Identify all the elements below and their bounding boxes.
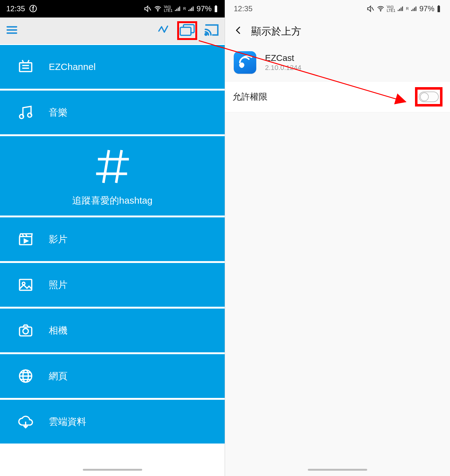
app-name: EZCast bbox=[265, 53, 301, 63]
svg-rect-2 bbox=[215, 6, 217, 12]
svg-marker-24 bbox=[24, 239, 28, 243]
camera-icon bbox=[17, 322, 34, 339]
svg-rect-10 bbox=[20, 63, 32, 72]
menu-label: 影片 bbox=[49, 233, 68, 246]
app-version: 2.10.0.1244 bbox=[265, 64, 301, 72]
clapperboard-icon bbox=[17, 231, 34, 247]
mute-icon bbox=[367, 5, 375, 13]
svg-rect-8 bbox=[180, 27, 191, 35]
cast-icon[interactable] bbox=[204, 24, 219, 37]
app-info-row: e EZCast 2.10.0.1244 bbox=[225, 46, 450, 81]
permission-label: 允許權限 bbox=[232, 91, 268, 103]
menu-item-cloud[interactable]: 雲端資料 bbox=[0, 400, 225, 444]
wifi-icon bbox=[377, 5, 385, 13]
settings-title: 顯示於上方 bbox=[251, 25, 301, 38]
status-time: 12:35 bbox=[234, 4, 252, 13]
permission-row[interactable]: 允許權限 bbox=[225, 81, 450, 112]
permission-toggle[interactable] bbox=[419, 92, 439, 102]
menu-label: 照片 bbox=[49, 279, 68, 291]
svg-point-28 bbox=[23, 329, 28, 334]
svg-point-15 bbox=[20, 115, 24, 119]
settings-header: 顯示於上方 bbox=[225, 17, 450, 46]
signal-r-icon: R bbox=[406, 7, 409, 11]
wifi-icon bbox=[154, 5, 162, 13]
svg-point-16 bbox=[28, 113, 32, 117]
volte-icon: Vo))LTE1 bbox=[387, 5, 395, 12]
status-bar: 12:35 ⓕ Vo))LTE1 R 97% bbox=[0, 0, 225, 17]
mirror-button-highlight bbox=[177, 21, 197, 40]
menu-item-photo[interactable]: 照片 bbox=[0, 263, 225, 307]
menu-label: 音樂 bbox=[49, 106, 68, 119]
cloud-download-icon bbox=[17, 414, 34, 430]
facebook-icon: ⓕ bbox=[29, 4, 37, 14]
mute-icon bbox=[144, 5, 152, 13]
svg-rect-38 bbox=[438, 5, 439, 6]
globe-icon bbox=[17, 368, 34, 384]
hashtag-icon bbox=[91, 145, 134, 191]
signal-r-icon: R bbox=[183, 7, 186, 11]
music-icon bbox=[17, 104, 34, 121]
svg-point-1 bbox=[158, 10, 158, 11]
svg-rect-3 bbox=[215, 5, 217, 6]
volte-icon: Vo))LTE1 bbox=[164, 5, 172, 12]
tv-icon bbox=[17, 59, 34, 75]
battery-icon bbox=[436, 5, 441, 12]
image-icon bbox=[17, 277, 34, 293]
svg-point-36 bbox=[380, 10, 381, 11]
svg-rect-37 bbox=[438, 6, 440, 12]
menu-label: 網頁 bbox=[49, 370, 68, 383]
menu-item-music[interactable]: 音樂 bbox=[0, 91, 225, 134]
menu-label: 追蹤喜愛的hashtag bbox=[72, 194, 152, 207]
menu-label: EZChannel bbox=[49, 62, 96, 72]
menu-item-video[interactable]: 影片 bbox=[0, 217, 225, 261]
main-menu: EZChannel 音樂 追蹤喜愛的hashtag 影片 bbox=[0, 44, 225, 464]
menu-label: 相機 bbox=[49, 324, 68, 337]
app-toolbar bbox=[0, 17, 225, 44]
svg-point-9 bbox=[205, 33, 207, 35]
mirror-icon[interactable] bbox=[180, 32, 195, 37]
permission-toggle-highlight bbox=[415, 87, 442, 107]
nav-gesture-bar[interactable] bbox=[0, 464, 225, 476]
pen-icon[interactable] bbox=[157, 23, 170, 38]
hamburger-icon[interactable] bbox=[6, 24, 18, 37]
status-bar: 12:35 Vo))LTE1 R 97% bbox=[225, 0, 450, 17]
signal-icon bbox=[174, 5, 181, 12]
ezcast-app-icon: e bbox=[234, 51, 256, 74]
battery-icon bbox=[213, 5, 218, 12]
svg-rect-25 bbox=[20, 280, 32, 290]
svg-line-0 bbox=[149, 7, 151, 11]
menu-item-camera[interactable]: 相機 bbox=[0, 309, 225, 352]
back-icon[interactable] bbox=[234, 26, 243, 37]
svg-text:e: e bbox=[241, 64, 243, 68]
signal2-icon bbox=[188, 5, 195, 12]
menu-item-web[interactable]: 網頁 bbox=[0, 354, 225, 398]
svg-line-35 bbox=[372, 7, 374, 11]
status-time: 12:35 bbox=[6, 4, 25, 13]
status-battery-pct: 97% bbox=[197, 4, 212, 13]
signal-icon bbox=[397, 5, 404, 12]
nav-gesture-bar[interactable] bbox=[225, 464, 450, 476]
menu-label: 雲端資料 bbox=[49, 415, 86, 428]
status-battery-pct: 97% bbox=[419, 4, 434, 13]
svg-line-20 bbox=[116, 150, 122, 183]
menu-item-ezchannel[interactable]: EZChannel bbox=[0, 45, 225, 89]
svg-line-19 bbox=[103, 150, 109, 183]
menu-item-hashtag[interactable]: 追蹤喜愛的hashtag bbox=[0, 136, 225, 216]
signal2-icon bbox=[411, 5, 418, 12]
